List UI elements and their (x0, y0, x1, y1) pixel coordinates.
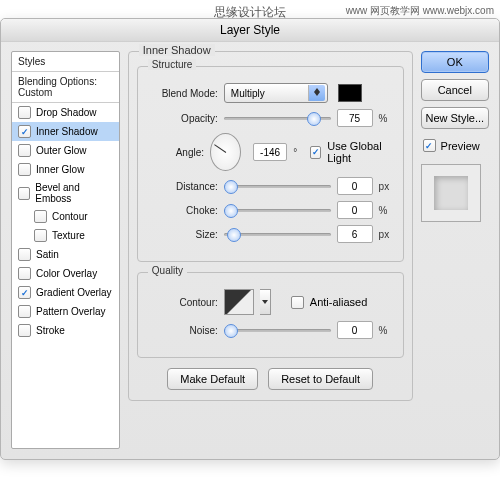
opacity-unit: % (379, 113, 393, 124)
right-column: OK Cancel New Style... Preview (421, 51, 489, 449)
opacity-slider[interactable] (224, 111, 331, 125)
choke-unit: % (379, 205, 393, 216)
reset-default-button[interactable]: Reset to Default (268, 368, 373, 390)
styles-sidebar: Styles Blending Options: Custom Drop Sha… (11, 51, 120, 449)
noise-unit: % (379, 325, 393, 336)
sidebar-item-satin[interactable]: Satin (12, 245, 119, 264)
preview-inner (434, 176, 468, 210)
slider-knob-icon[interactable] (224, 204, 238, 218)
use-global-checkbox[interactable] (310, 146, 321, 159)
preview-swatch (421, 164, 481, 222)
contour-label: Contour: (148, 297, 218, 308)
size-input[interactable]: 6 (337, 225, 373, 243)
sidebar-item-label: Bevel and Emboss (35, 182, 113, 204)
layer-style-dialog: Layer Style Styles Blending Options: Cus… (0, 18, 500, 460)
angle-wheel[interactable] (210, 133, 241, 171)
noise-input[interactable]: 0 (337, 321, 373, 339)
checkbox-icon[interactable] (18, 324, 31, 337)
checkbox-icon[interactable] (18, 305, 31, 318)
noise-slider[interactable] (224, 323, 331, 337)
structure-group: Structure Blend Mode: Multiply Opacity: … (137, 66, 404, 262)
checkbox-icon[interactable] (34, 229, 47, 242)
sidebar-item-label: Pattern Overlay (36, 306, 105, 317)
checkbox-icon[interactable] (18, 163, 31, 176)
make-default-button[interactable]: Make Default (167, 368, 258, 390)
sidebar-item-color-overlay[interactable]: Color Overlay (12, 264, 119, 283)
size-label: Size: (148, 229, 218, 240)
sidebar-item-label: Color Overlay (36, 268, 97, 279)
sidebar-item-drop-shadow[interactable]: Drop Shadow (12, 103, 119, 122)
sidebar-item-label: Texture (52, 230, 85, 241)
opacity-label: Opacity: (148, 113, 218, 124)
inner-shadow-group: Inner Shadow Structure Blend Mode: Multi… (128, 51, 413, 401)
sidebar-item-texture[interactable]: Texture (12, 226, 119, 245)
blend-mode-label: Blend Mode: (148, 88, 218, 99)
checkbox-icon[interactable] (18, 267, 31, 280)
slider-knob-icon[interactable] (224, 180, 238, 194)
sidebar-item-label: Stroke (36, 325, 65, 336)
angle-label: Angle: (148, 147, 204, 158)
sidebar-item-inner-glow[interactable]: Inner Glow (12, 160, 119, 179)
distance-label: Distance: (148, 181, 218, 192)
color-swatch[interactable] (338, 84, 362, 102)
main-panel: Inner Shadow Structure Blend Mode: Multi… (128, 51, 413, 449)
sidebar-item-outer-glow[interactable]: Outer Glow (12, 141, 119, 160)
dialog-title: Layer Style (1, 19, 499, 42)
blend-mode-select[interactable]: Multiply (224, 83, 328, 103)
watermark-right: www 网页教学网 www.webjx.com (346, 4, 494, 18)
sidebar-item-inner-shadow[interactable]: Inner Shadow (12, 122, 119, 141)
sidebar-item-label: Drop Shadow (36, 107, 97, 118)
size-unit: px (379, 229, 393, 240)
ok-button[interactable]: OK (421, 51, 489, 73)
opacity-input[interactable]: 75 (337, 109, 373, 127)
distance-unit: px (379, 181, 393, 192)
sidebar-item-contour[interactable]: Contour (12, 207, 119, 226)
slider-knob-icon[interactable] (227, 228, 241, 242)
use-global-label: Use Global Light (327, 140, 392, 164)
checkbox-icon[interactable] (18, 144, 31, 157)
slider-knob-icon[interactable] (307, 112, 321, 126)
chevron-updown-icon (308, 85, 325, 101)
preview-checkbox[interactable] (423, 139, 436, 152)
sidebar-item-label: Outer Glow (36, 145, 87, 156)
sidebar-item-label: Gradient Overlay (36, 287, 112, 298)
quality-group: Quality Contour: Anti-aliased Noise: 0 (137, 272, 404, 358)
group-title: Inner Shadow (139, 44, 215, 56)
sidebar-subheader[interactable]: Blending Options: Custom (12, 72, 119, 103)
choke-label: Choke: (148, 205, 218, 216)
sidebar-item-label: Satin (36, 249, 59, 260)
angle-input[interactable]: -146 (253, 143, 287, 161)
checkbox-icon[interactable] (34, 210, 47, 223)
sidebar-item-pattern-overlay[interactable]: Pattern Overlay (12, 302, 119, 321)
sidebar-item-label: Inner Shadow (36, 126, 98, 137)
distance-input[interactable]: 0 (337, 177, 373, 195)
quality-title: Quality (148, 265, 187, 276)
sidebar-item-label: Contour (52, 211, 88, 222)
sidebar-item-bevel-emboss[interactable]: Bevel and Emboss (12, 179, 119, 207)
new-style-button[interactable]: New Style... (421, 107, 489, 129)
sidebar-item-stroke[interactable]: Stroke (12, 321, 119, 340)
size-slider[interactable] (224, 227, 331, 241)
antialiased-label: Anti-aliased (310, 296, 367, 308)
contour-swatch[interactable] (224, 289, 254, 315)
angle-unit: ° (293, 147, 304, 158)
noise-label: Noise: (148, 325, 218, 336)
checkbox-icon[interactable] (18, 187, 30, 200)
contour-dropdown[interactable] (260, 289, 271, 315)
choke-slider[interactable] (224, 203, 331, 217)
sidebar-item-gradient-overlay[interactable]: Gradient Overlay (12, 283, 119, 302)
slider-knob-icon[interactable] (224, 324, 238, 338)
preview-label: Preview (441, 140, 480, 152)
checkbox-icon[interactable] (18, 125, 31, 138)
checkbox-icon[interactable] (18, 106, 31, 119)
antialiased-checkbox[interactable] (291, 296, 304, 309)
distance-slider[interactable] (224, 179, 331, 193)
choke-input[interactable]: 0 (337, 201, 373, 219)
cancel-button[interactable]: Cancel (421, 79, 489, 101)
blend-mode-value: Multiply (231, 88, 265, 99)
structure-title: Structure (148, 59, 197, 70)
sidebar-header[interactable]: Styles (12, 52, 119, 72)
sidebar-item-label: Inner Glow (36, 164, 84, 175)
checkbox-icon[interactable] (18, 286, 31, 299)
checkbox-icon[interactable] (18, 248, 31, 261)
